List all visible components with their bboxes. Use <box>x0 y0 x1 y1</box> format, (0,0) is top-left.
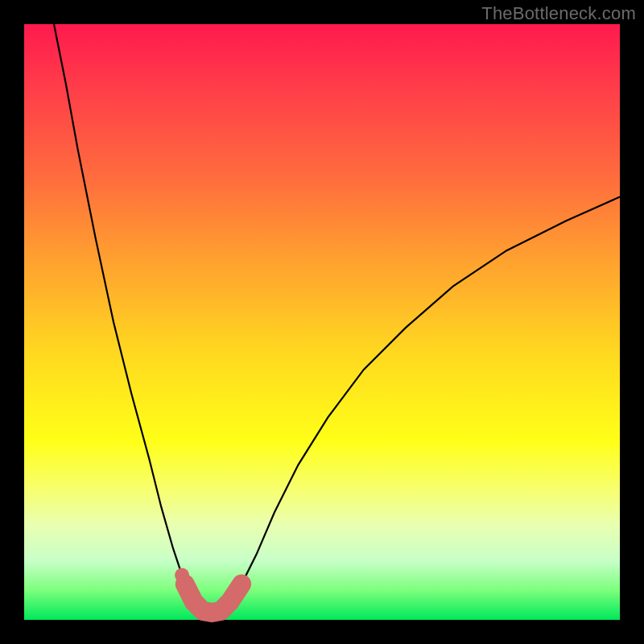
highlight-dot <box>175 568 189 583</box>
watermark-text: TheBottleneck.com <box>481 3 636 24</box>
highlight-segment <box>185 584 242 613</box>
bottleneck-curve <box>54 24 620 613</box>
chart-area <box>24 24 620 620</box>
bottleneck-plot <box>24 24 620 620</box>
